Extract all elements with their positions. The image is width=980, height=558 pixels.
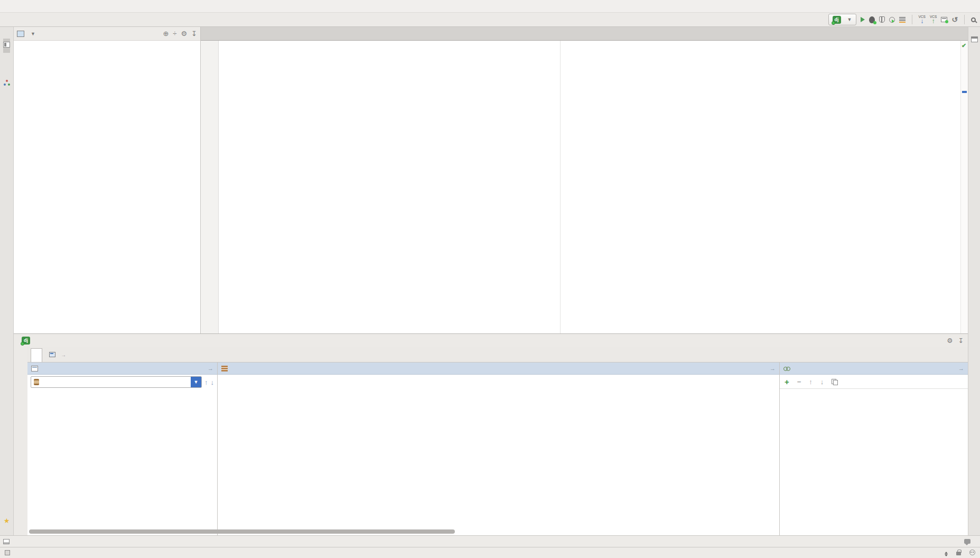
event-log-icon bbox=[964, 539, 970, 544]
profiler-button[interactable] bbox=[889, 17, 895, 23]
project-tool-icon bbox=[3, 42, 10, 48]
locate-icon[interactable]: ⊕ bbox=[163, 30, 169, 38]
move-up-button[interactable]: ↑ bbox=[809, 378, 813, 386]
debug-left-toolbar bbox=[14, 347, 27, 535]
editor-error-stripe[interactable]: ✔ bbox=[960, 41, 968, 333]
inspector-hector-icon[interactable] bbox=[969, 550, 975, 555]
add-watch-button[interactable]: + bbox=[785, 377, 789, 386]
run-toolbar: dj ▼ VCS↓ VCS↑ ↺ bbox=[828, 14, 976, 25]
debug-button[interactable] bbox=[869, 16, 875, 23]
watches-toolbar: + − ↑ ↓ bbox=[780, 375, 968, 389]
right-tool-stripe bbox=[968, 27, 980, 535]
project-tree bbox=[14, 41, 200, 333]
thread-icon bbox=[34, 379, 39, 385]
project-panel: ▼ ⊕ ÷ ⚙ ↧ bbox=[14, 27, 201, 333]
duplicate-watch-button[interactable] bbox=[832, 379, 837, 385]
editor-body[interactable]: ✔ bbox=[201, 41, 968, 333]
frames-icon bbox=[31, 366, 38, 371]
pin-panel-icon: → bbox=[208, 365, 213, 371]
vcs-update-button[interactable]: VCS↓ bbox=[919, 15, 926, 24]
left-tool-stripe: ★ bbox=[0, 27, 14, 535]
toolbar-separator bbox=[912, 15, 912, 24]
debug-tool-window: dj ⚙ ↧ bbox=[14, 333, 968, 535]
code-area[interactable] bbox=[219, 41, 960, 333]
pin-tab-icon: → bbox=[61, 352, 66, 358]
move-down-button[interactable]: ↓ bbox=[820, 378, 824, 386]
coverage-button[interactable] bbox=[879, 16, 885, 23]
watches-header: → bbox=[780, 362, 968, 375]
watches-empty-text bbox=[780, 389, 968, 535]
run-manage-tasks-button[interactable] bbox=[899, 17, 906, 23]
current-line-marker bbox=[962, 91, 967, 93]
variables-panel: → bbox=[218, 362, 780, 535]
right-margin-guide bbox=[560, 41, 561, 333]
tool-stripe-database[interactable] bbox=[971, 33, 978, 48]
remove-watch-button[interactable]: − bbox=[797, 378, 801, 386]
run-configuration-select[interactable]: dj ▼ bbox=[828, 14, 856, 25]
tool-stripe-project[interactable] bbox=[3, 39, 10, 53]
django-icon: dj bbox=[22, 337, 30, 345]
pin-panel-icon: → bbox=[958, 365, 964, 371]
frames-header: → bbox=[27, 362, 217, 375]
gear-icon[interactable]: ⚙ bbox=[947, 337, 953, 345]
hide-panel-icon[interactable]: ↧ bbox=[958, 337, 964, 345]
toolbar-separator bbox=[964, 15, 965, 24]
compare-button[interactable] bbox=[941, 17, 947, 22]
tab-console[interactable]: → bbox=[43, 348, 72, 361]
tool-window-bar bbox=[0, 535, 980, 547]
hide-panel-icon[interactable]: ↧ bbox=[191, 30, 197, 38]
vcs-branch-widget[interactable] bbox=[944, 548, 948, 556]
database-tool-icon bbox=[971, 36, 978, 42]
frames-panel: → ▼ ↑ ↓ bbox=[27, 362, 218, 535]
tool-stripe-structure[interactable] bbox=[4, 74, 10, 89]
inspection-ok-icon: ✔ bbox=[962, 42, 966, 49]
debug-header: dj ⚙ ↧ bbox=[14, 334, 968, 347]
lock-icon[interactable] bbox=[956, 552, 961, 555]
status-bar bbox=[0, 547, 980, 557]
favorites-star-icon: ★ bbox=[4, 517, 10, 525]
django-icon: dj bbox=[833, 16, 841, 24]
structure-tool-icon bbox=[4, 79, 10, 86]
revert-button[interactable]: ↺ bbox=[951, 15, 958, 24]
vcs-commit-button[interactable]: VCS↑ bbox=[930, 15, 937, 24]
run-button[interactable] bbox=[861, 17, 865, 22]
editor-gutter[interactable] bbox=[201, 41, 219, 333]
collapse-all-icon[interactable]: ÷ bbox=[173, 30, 176, 38]
console-icon bbox=[49, 352, 55, 357]
gear-icon[interactable]: ⚙ bbox=[181, 30, 187, 38]
search-everywhere-button[interactable] bbox=[971, 17, 976, 22]
branch-arrows-icon bbox=[945, 552, 948, 556]
watches-icon bbox=[783, 366, 790, 371]
variables-header: → bbox=[218, 362, 779, 375]
debug-toolbar: → bbox=[27, 347, 968, 362]
hide-tool-windows-icon[interactable] bbox=[5, 550, 10, 555]
toggle-tool-buttons-icon[interactable] bbox=[3, 539, 10, 544]
thread-selector-row: ▼ ↑ ↓ bbox=[27, 375, 217, 389]
main-area: ★ ▼ ⊕ ÷ ⚙ ↧ bbox=[0, 27, 980, 535]
editor-area: ✔ bbox=[201, 27, 968, 333]
tab-debugger[interactable] bbox=[31, 348, 42, 362]
previous-frame-button[interactable]: ↑ bbox=[204, 378, 208, 386]
project-view-icon bbox=[17, 31, 24, 37]
thread-select[interactable]: ▼ bbox=[31, 376, 202, 388]
event-log-button[interactable] bbox=[964, 539, 977, 544]
editor-tab-bar bbox=[201, 27, 968, 41]
chevron-down-icon: ▼ bbox=[847, 17, 852, 22]
ide-window: dj ▼ VCS↓ VCS↑ ↺ bbox=[0, 0, 980, 558]
variables-icon bbox=[221, 366, 228, 371]
navigation-bar: dj ▼ VCS↓ VCS↑ ↺ bbox=[0, 13, 980, 27]
frame-list bbox=[27, 389, 217, 535]
thread-dropdown-button[interactable]: ▼ bbox=[191, 377, 201, 387]
horizontal-scrollbar[interactable] bbox=[29, 529, 455, 534]
menu-bar bbox=[0, 0, 980, 13]
project-panel-header: ▼ ⊕ ÷ ⚙ ↧ bbox=[14, 27, 200, 41]
next-frame-button[interactable]: ↓ bbox=[211, 378, 214, 386]
variable-list bbox=[218, 375, 779, 535]
debug-panels: → ▼ ↑ ↓ bbox=[27, 362, 968, 535]
watches-panel: → + − ↑ ↓ bbox=[780, 362, 968, 535]
pin-panel-icon: → bbox=[770, 365, 776, 371]
chevron-down-icon[interactable]: ▼ bbox=[31, 31, 35, 36]
tool-stripe-favorites[interactable]: ★ bbox=[4, 512, 10, 528]
